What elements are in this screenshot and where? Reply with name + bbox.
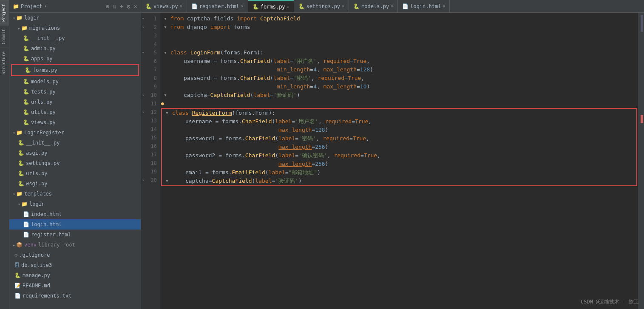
code-line-15: password1 = forms.CharField(label='密码', …: [162, 134, 636, 143]
commit-tab[interactable]: Commit: [0, 25, 9, 48]
error-marker: [641, 115, 643, 123]
tree-item-templates[interactable]: ▾ 📁 templates: [9, 189, 141, 199]
code-line-1: ▾ from captcha.fields import CaptchaFiel…: [160, 14, 638, 23]
tree-item-gitignore[interactable]: ⚙ .gitignore: [9, 250, 141, 260]
tab-close-login[interactable]: ×: [443, 4, 445, 9]
tree-item-models[interactable]: 🐍 models.py: [9, 77, 141, 87]
tab-close-models[interactable]: ×: [391, 4, 393, 9]
code-line-18: max_length=256): [162, 160, 636, 168]
tree-item-settings[interactable]: 🐍 settings.py: [9, 158, 141, 168]
tab-close-settings[interactable]: ×: [342, 4, 344, 9]
code-line-4: [160, 40, 638, 48]
code-line-13: username = forms.CharField(label='用户名', …: [162, 117, 636, 126]
code-line-7: min_length=4, max_length=128): [160, 65, 638, 74]
tree-item-tests[interactable]: 🐍 tests.py: [9, 87, 141, 97]
tree-item-migrations[interactable]: ▸ 📁 migrations: [9, 23, 141, 33]
tree-item-login-sub[interactable]: ▾ 📁 login: [9, 199, 141, 209]
tab-close-views[interactable]: ×: [180, 4, 182, 9]
tree-item-urls1[interactable]: 🐍 urls.py: [9, 97, 141, 107]
code-line-5: ▾ class LoginForm(forms.Form):: [160, 48, 638, 57]
register-form-highlight: ▾ class RegisterForm(forms.Form): userna…: [161, 108, 637, 186]
tab-views-py[interactable]: 🐍 views.py ×: [141, 0, 187, 13]
tab-bar: 🐍 views.py × 📄 register.html × 🐍 forms.p…: [141, 0, 644, 13]
code-line-2: ▾ from django import forms: [160, 23, 638, 31]
tree-item-index-html[interactable]: 📄 index.html: [9, 209, 141, 219]
tree-item-urls2[interactable]: 🐍 urls.py: [9, 168, 141, 179]
line-numbers: ▾1 ▾2 3 4 ▾5 6 7 8 9 ▾10 11 ▾12 13 14 15…: [141, 13, 160, 309]
tree-settings[interactable]: ⚙: [127, 3, 130, 10]
tree-action-3[interactable]: ÷: [120, 3, 123, 10]
tree-item-forms[interactable]: 🐍 forms.py: [12, 65, 138, 75]
tab-settings-py[interactable]: 🐍 settings.py ×: [294, 0, 349, 13]
tree-item-register-html[interactable]: 📄 register.html: [9, 230, 141, 240]
tree-item-login-folder[interactable]: ▾ 📁 login: [9, 13, 141, 23]
tree-item-wsgi[interactable]: 🐍 wsgi.py: [9, 179, 141, 189]
code-line-16: max_length=256): [162, 143, 636, 151]
tree-action-2[interactable]: ⇅: [113, 3, 116, 10]
tree-item-views1[interactable]: 🐍 views.py: [9, 117, 141, 128]
tree-item-venv[interactable]: ▸ 📦 venv library root: [9, 240, 141, 250]
tree-item-login-html[interactable]: 📄 login.html: [9, 219, 141, 230]
scrollbar-gutter[interactable]: [638, 13, 644, 309]
tab-close-register[interactable]: ×: [241, 4, 244, 9]
tree-item-db[interactable]: 🗄 db.sqlite3: [9, 260, 141, 270]
tree-item-apps[interactable]: 🐍 apps.py: [9, 54, 141, 64]
code-line-19: email = forms.EmailField(label="邮箱地址"): [162, 168, 636, 177]
tree-item-init1[interactable]: 🐍 __init__.py: [9, 33, 141, 43]
code-line-10: ▾ captcha=CaptchaField(label='验证码'): [160, 91, 638, 99]
project-tab[interactable]: Project: [0, 0, 9, 25]
structure-tab[interactable]: Structure: [0, 48, 9, 78]
tree-item-utils[interactable]: 🐍 utils.py: [9, 107, 141, 117]
forms-py-highlight-box: 🐍 forms.py: [11, 64, 139, 76]
tab-register-html[interactable]: 📄 register.html ×: [187, 0, 248, 13]
code-line-14: max_length=128): [162, 126, 636, 134]
scrollbar-thumb[interactable]: [641, 15, 643, 32]
file-tree-scroll: ▾ 📁 login ▸ 📁 migrations 🐍 __init__.py 🐍…: [9, 13, 141, 309]
code-line-3: [160, 31, 638, 40]
code-line-20: ▾ captcha=CaptchaField(label='验证码'): [162, 177, 636, 185]
watermark: CSDN @运维技术 - 陈工: [581, 298, 639, 306]
code-area[interactable]: ▾ from captcha.fields import CaptchaFiel…: [160, 13, 638, 309]
code-line-8: password = forms.CharField(label='密码', r…: [160, 74, 638, 82]
tree-item-asgi[interactable]: 🐍 asgi.py: [9, 148, 141, 158]
code-line-11: ●: [160, 99, 638, 108]
tree-item-loginregister[interactable]: ▾ 📁 LoginRegister: [9, 128, 141, 138]
tree-item-init2[interactable]: 🐍 __init__.py: [9, 138, 141, 148]
tree-close[interactable]: ×: [134, 3, 137, 10]
code-line-17: password2 = forms.CharField(label='确认密码'…: [162, 151, 636, 160]
code-line-12: ▾ class RegisterForm(forms.Form):: [162, 109, 636, 117]
file-tree-title: 📁 Project ▾: [13, 3, 47, 9]
tree-item-readme[interactable]: 📝 README.md: [9, 281, 141, 291]
tab-forms-py[interactable]: 🐍 forms.py ×: [248, 0, 294, 13]
tab-login-html[interactable]: 📄 login.html ×: [398, 0, 450, 13]
tab-close-forms[interactable]: ×: [287, 4, 289, 9]
code-line-6: username = forms.CharField(label='用户名', …: [160, 57, 638, 65]
tree-item-admin[interactable]: 🐍 admin.py: [9, 43, 141, 54]
code-line-9: min_length=4, max_length=10): [160, 82, 638, 91]
tree-item-requirements[interactable]: 📄 requirements.txt: [9, 291, 141, 301]
tree-item-manage[interactable]: 🐍 manage.py: [9, 270, 141, 281]
tab-models-py[interactable]: 🐍 models.py ×: [349, 0, 398, 13]
tree-action-1[interactable]: ⊕: [106, 3, 109, 10]
